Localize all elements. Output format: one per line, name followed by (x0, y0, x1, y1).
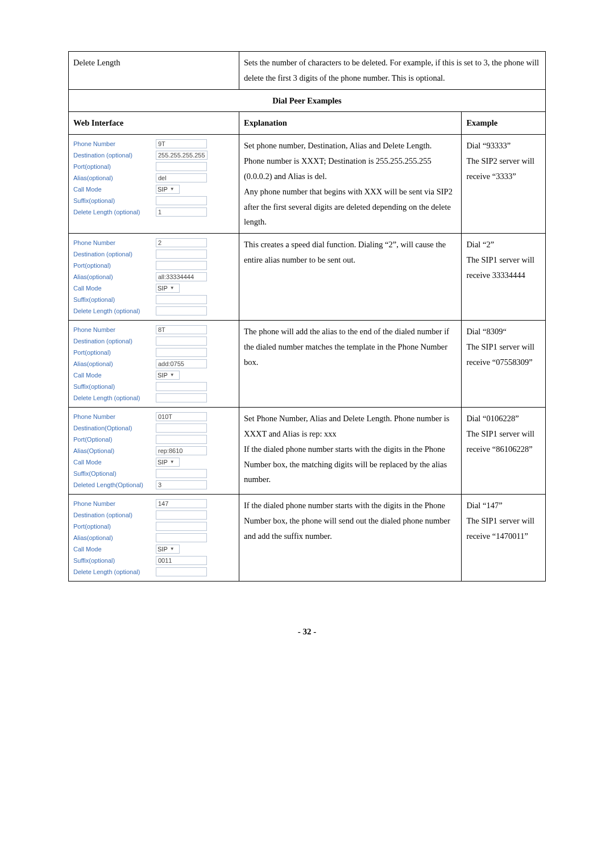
phone-input[interactable]: 147 (156, 499, 207, 508)
screenshot-ex3: Phone Number8T Destination (optional) Po… (69, 321, 239, 408)
suffix-input[interactable] (156, 295, 207, 304)
port-input[interactable] (156, 261, 207, 270)
col-web: Web Interface (69, 112, 239, 135)
label-del: Delete Length (optional) (73, 568, 156, 576)
label-del: Delete Length (optional) (73, 307, 156, 315)
del-input[interactable]: 3 (156, 480, 207, 489)
page-number: - 32 - (68, 627, 546, 637)
select-value: SIP (157, 369, 168, 381)
label-phone: Phone Number (73, 140, 156, 148)
label-suffix: Suffix(Optional) (73, 470, 156, 477)
label-dest: Destination (optional) (73, 250, 156, 258)
select-value: SIP (157, 456, 168, 468)
screenshot-ex5: Phone Number147 Destination (optional) P… (69, 495, 239, 582)
label-phone: Phone Number (73, 326, 156, 334)
row-delete-length: Delete Length Sets the number of charact… (69, 52, 546, 90)
table-row: Phone Number8T Destination (optional) Po… (69, 321, 546, 408)
call-mode-select[interactable]: SIP▼ (156, 284, 180, 293)
explanation-ex5: If the dialed phone number starts with t… (239, 495, 462, 582)
document-table: Delete Length Sets the number of charact… (68, 51, 546, 582)
label-suffix: Suffix(optional) (73, 383, 156, 391)
label-dest: Destination (optional) (73, 511, 156, 519)
label-phone: Phone Number (73, 413, 156, 421)
label-del: Deleted Length(Optional) (73, 481, 156, 489)
label-phone: Phone Number (73, 239, 156, 247)
del-input[interactable]: 1 (156, 207, 207, 217)
label-port: Port(optional) (73, 348, 156, 356)
dest-input[interactable] (156, 423, 207, 433)
label-dest: Destination (optional) (73, 151, 156, 159)
port-input[interactable] (156, 435, 207, 444)
screenshot-ex2: Phone Number2 Destination (optional) Por… (69, 234, 239, 321)
chevron-down-icon: ▼ (170, 284, 175, 293)
call-mode-select[interactable]: SIP▼ (156, 371, 180, 380)
label-alias: Alias(optional) (73, 534, 156, 542)
label-suffix: Suffix(optional) (73, 296, 156, 304)
chevron-down-icon: ▼ (170, 545, 175, 554)
dest-input[interactable] (156, 337, 207, 346)
label-alias: Alias(optional) (73, 273, 156, 281)
example-ex5: Dial “147” The SIP1 server will receive … (462, 495, 546, 582)
phone-input[interactable]: 9T (156, 139, 207, 148)
call-mode-select[interactable]: SIP▼ (156, 545, 180, 554)
call-mode-select[interactable]: SIP▼ (156, 185, 180, 194)
call-mode-select[interactable]: SIP▼ (156, 458, 180, 467)
label-alias: Alias(optional) (73, 174, 156, 182)
label-dest: Destination (optional) (73, 337, 156, 345)
del-input[interactable] (156, 393, 207, 402)
phone-input[interactable]: 2 (156, 238, 207, 247)
explanation-ex2: This creates a speed dial function. Dial… (239, 234, 462, 321)
suffix-input[interactable] (156, 382, 207, 391)
port-input[interactable] (156, 162, 207, 171)
chevron-down-icon: ▼ (170, 185, 175, 194)
table-row: Phone Number2 Destination (optional) Por… (69, 234, 546, 321)
select-value: SIP (157, 543, 168, 555)
example-ex2: Dial “2” The SIP1 server will receive 33… (462, 234, 546, 321)
example-ex3: Dial “8309“ The SIP1 server will receive… (462, 321, 546, 408)
label-dest: Destination(Optional) (73, 424, 156, 432)
dest-input[interactable]: 255.255.255.255 (156, 151, 208, 160)
explanation-ex3: The phone will add the alias to the end … (239, 321, 462, 408)
alias-input[interactable]: rep:8610 (156, 446, 207, 455)
chevron-down-icon: ▼ (170, 458, 175, 467)
label-phone: Phone Number (73, 500, 156, 508)
row-section-header: Dial Peer Examples (69, 89, 546, 112)
screenshot-ex1: Phone Number9T Destination (optional)255… (69, 135, 239, 234)
label-alias: Alias(optional) (73, 360, 156, 368)
label-del: Delete Length (optional) (73, 208, 156, 216)
dest-input[interactable] (156, 250, 207, 259)
example-ex4: Dial “0106228” The SIP1 server will rece… (462, 408, 546, 495)
label-port: Port(optional) (73, 163, 156, 171)
suffix-input[interactable] (156, 196, 207, 205)
alias-input[interactable] (156, 533, 207, 542)
label-call: Call Mode (73, 371, 156, 379)
alias-input[interactable]: del (156, 173, 207, 182)
label-port: Port(optional) (73, 522, 156, 530)
phone-input[interactable]: 8T (156, 325, 207, 334)
chevron-down-icon: ▼ (170, 371, 175, 380)
label-suffix: Suffix(optional) (73, 556, 156, 564)
label-call: Call Mode (73, 545, 156, 553)
del-input[interactable] (156, 306, 207, 315)
port-input[interactable] (156, 522, 207, 531)
phone-input[interactable]: 010T (156, 412, 207, 421)
del-input[interactable] (156, 567, 207, 576)
dest-input[interactable] (156, 510, 207, 520)
label-port: Port(optional) (73, 261, 156, 269)
port-input[interactable] (156, 348, 207, 357)
alias-input[interactable]: add:0755 (156, 359, 207, 368)
col-example: Example (462, 112, 546, 135)
table-row: Phone Number9T Destination (optional)255… (69, 135, 546, 234)
label-call: Call Mode (73, 458, 156, 466)
label-port: Port(Optional) (73, 435, 156, 443)
suffix-input[interactable] (156, 469, 207, 478)
select-value: SIP (157, 283, 168, 294)
alias-input[interactable]: all:33334444 (156, 272, 207, 281)
label-suffix: Suffix(optional) (73, 197, 156, 205)
select-value: SIP (157, 184, 168, 195)
explanation-ex1: Set phone number, Destination, Alias and… (239, 135, 462, 234)
table-row: Phone Number147 Destination (optional) P… (69, 495, 546, 582)
col-explanation: Explanation (239, 112, 462, 135)
example-ex1: Dial “93333” The SIP2 server will receiv… (462, 135, 546, 234)
suffix-input[interactable]: 0011 (156, 556, 207, 565)
